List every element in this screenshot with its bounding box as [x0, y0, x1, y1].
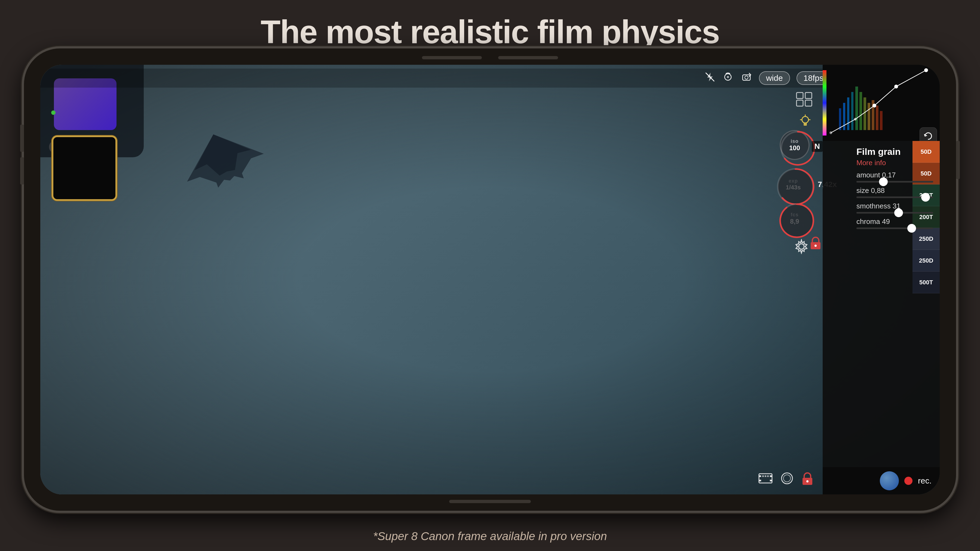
film-stock-250d-2[interactable]: 250D: [913, 250, 940, 272]
svg-point-2: [727, 76, 729, 78]
film-stock-50d-active[interactable]: 50D: [913, 141, 940, 163]
camera-top-bar: wide 18fps Super 8mm (Canon): [40, 68, 940, 87]
chroma-thumb[interactable]: [907, 224, 916, 233]
film-stock-250d[interactable]: 250D: [913, 228, 940, 250]
amount-thumb[interactable]: [879, 178, 888, 186]
film-stock-label: 250D: [919, 257, 934, 264]
chroma-slider[interactable]: [856, 227, 933, 229]
portrait-mode-icon[interactable]: [722, 71, 734, 85]
grain-more-info-link[interactable]: More info: [856, 159, 886, 167]
film-stock-label: 50D: [921, 170, 932, 177]
svg-rect-26: [765, 475, 766, 477]
svg-rect-5: [797, 92, 803, 98]
iso-dial[interactable]: iso 100: [780, 130, 810, 160]
svg-rect-24: [770, 480, 772, 481]
record-button[interactable]: rec.: [918, 476, 932, 486]
footnote-text: *Super 8 Canon frame available in pro ve…: [0, 530, 980, 543]
grid-overlay-button[interactable]: [796, 92, 812, 108]
film-stock-200t-2[interactable]: 200T: [913, 206, 940, 228]
light-adjustment-icon[interactable]: [798, 114, 812, 131]
svg-point-29: [783, 475, 791, 482]
svg-rect-33: [839, 108, 841, 130]
flip-camera-icon[interactable]: [740, 71, 752, 85]
svg-rect-42: [876, 106, 878, 130]
power-button[interactable]: [956, 141, 960, 179]
smothness-thumb[interactable]: [894, 208, 903, 217]
svg-rect-20: [759, 474, 772, 483]
film-stock-label: 50D: [921, 148, 932, 156]
film-stocks-list: 50D 50D 200T 200T 250D: [913, 141, 940, 293]
fcs-dial[interactable]: fcs 8,9: [780, 203, 810, 233]
svg-point-9: [802, 116, 808, 123]
svg-point-48: [924, 68, 928, 72]
svg-rect-39: [864, 97, 866, 130]
top-pill-left: [422, 56, 482, 59]
phone-top-bar: [422, 56, 558, 59]
phone-screen: ⚙: [40, 65, 940, 494]
exp-dial-wrapper[interactable]: exp 1/43s 7,42x: [777, 168, 810, 201]
smothness-slider[interactable]: [856, 212, 933, 214]
svg-rect-25: [762, 475, 764, 477]
svg-rect-23: [770, 475, 772, 477]
record-area: rec.: [822, 467, 940, 494]
svg-rect-35: [847, 97, 850, 130]
svg-rect-7: [797, 100, 803, 106]
page-title: The most realistic film physics: [0, 13, 980, 51]
svg-rect-21: [759, 475, 761, 477]
amount-slider[interactable]: [856, 181, 933, 183]
shutter-capture-button[interactable]: [780, 472, 794, 488]
svg-rect-37: [855, 87, 858, 130]
svg-rect-43: [880, 111, 883, 130]
lock-button-upper[interactable]: [809, 236, 822, 253]
film-stock-label: 200T: [919, 214, 933, 221]
phone-bottom-bar: [449, 500, 531, 503]
svg-rect-6: [805, 92, 812, 98]
n-label: N: [812, 141, 822, 152]
film-strip-panel: N 50D 50D 200T 200T: [822, 65, 940, 494]
svg-rect-44: [822, 70, 826, 135]
wide-lens-button[interactable]: wide: [759, 71, 790, 85]
svg-rect-27: [767, 475, 769, 477]
svg-point-4: [745, 76, 748, 79]
flash-off-icon[interactable]: [705, 71, 715, 85]
record-dot: [904, 477, 913, 485]
volume-up-button[interactable]: [20, 125, 24, 152]
film-grain-panel: Film grain More info amount 0,17: [850, 141, 940, 494]
film-stock-500t[interactable]: 500T: [913, 272, 940, 293]
svg-rect-40: [867, 103, 870, 130]
camera-viewfinder: ⚙: [40, 65, 940, 494]
svg-rect-36: [851, 92, 853, 130]
svg-point-45: [829, 132, 832, 134]
film-preview-thumbnail[interactable]: [52, 135, 117, 201]
size-thumb[interactable]: [921, 193, 930, 202]
film-stock-label: 500T: [919, 279, 933, 286]
exp-dial[interactable]: exp 1/43s: [777, 168, 810, 201]
svg-point-19: [815, 245, 817, 247]
settings-button[interactable]: [794, 239, 809, 257]
film-strip-button[interactable]: [759, 472, 773, 487]
svg-point-31: [806, 480, 808, 483]
lock-button-bottom[interactable]: [802, 472, 813, 487]
svg-point-46: [872, 104, 876, 108]
svg-point-17: [799, 244, 804, 249]
svg-point-47: [894, 85, 898, 89]
phone-frame: ⚙: [22, 46, 958, 513]
iso-dial-wrapper[interactable]: iso 100: [780, 130, 810, 160]
svg-rect-38: [859, 92, 862, 130]
size-slider[interactable]: [856, 197, 933, 198]
volume-down-button[interactable]: [20, 157, 24, 184]
grain-title: Film grain: [856, 146, 900, 157]
svg-rect-8: [805, 100, 812, 106]
film-stock-label: 250D: [919, 235, 934, 243]
svg-rect-22: [759, 480, 761, 481]
bottom-controls-bar: [759, 472, 813, 488]
svg-point-49: [854, 118, 857, 121]
fcs-dial-wrapper[interactable]: fcs 8,9: [780, 203, 810, 233]
top-pill-right: [498, 56, 558, 59]
green-indicator: [51, 111, 56, 115]
record-sphere: [880, 471, 899, 490]
